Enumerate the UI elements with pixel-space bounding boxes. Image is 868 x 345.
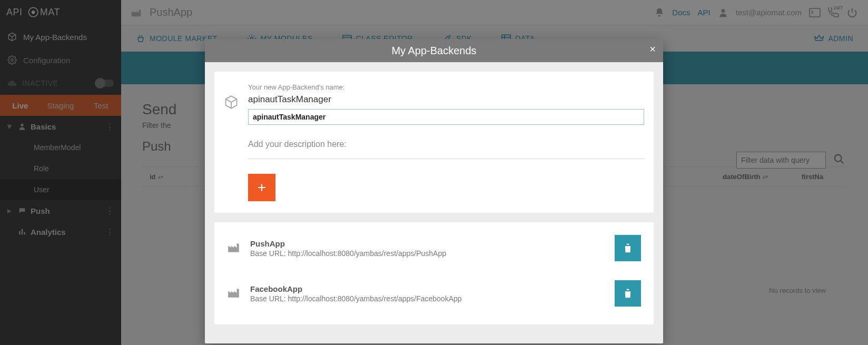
cube-icon bbox=[224, 83, 239, 201]
backend-name: PushApp bbox=[250, 239, 605, 248]
delete-backend-button[interactable] bbox=[615, 235, 641, 261]
backend-url: Base URL: http://localhost:8080/yambas/r… bbox=[250, 294, 605, 303]
modal-title: My App-Backends bbox=[391, 45, 476, 57]
factory-icon bbox=[227, 286, 241, 301]
backends-list-card: PushApp Base URL: http://localhost:8080/… bbox=[214, 222, 654, 324]
add-backend-button[interactable]: + bbox=[248, 174, 275, 201]
new-backend-name-input[interactable] bbox=[248, 109, 644, 125]
modal-title-bar: My App-Backends × bbox=[205, 39, 663, 62]
close-icon[interactable]: × bbox=[649, 43, 656, 55]
new-backend-label: Your new App-Backend's name: bbox=[248, 83, 644, 91]
delete-backend-button[interactable] bbox=[615, 280, 641, 307]
divider bbox=[248, 159, 644, 159]
backend-url: Base URL: http://localhost:8080/yambas/r… bbox=[250, 249, 605, 258]
new-backend-name-display: apinautTaskManager bbox=[248, 94, 644, 105]
backends-modal: My App-Backends × Your new App-Backend's… bbox=[205, 39, 663, 343]
description-label: Add your description here: bbox=[248, 140, 644, 149]
backend-name: FacebookApp bbox=[250, 284, 605, 293]
factory-icon bbox=[227, 241, 241, 255]
new-backend-card: Your new App-Backend's name: apinautTask… bbox=[214, 72, 654, 213]
backend-row[interactable]: PushApp Base URL: http://localhost:8080/… bbox=[224, 226, 644, 270]
trash-icon bbox=[623, 243, 633, 253]
backend-row[interactable]: FacebookApp Base URL: http://localhost:8… bbox=[224, 272, 644, 315]
trash-icon bbox=[623, 288, 633, 299]
